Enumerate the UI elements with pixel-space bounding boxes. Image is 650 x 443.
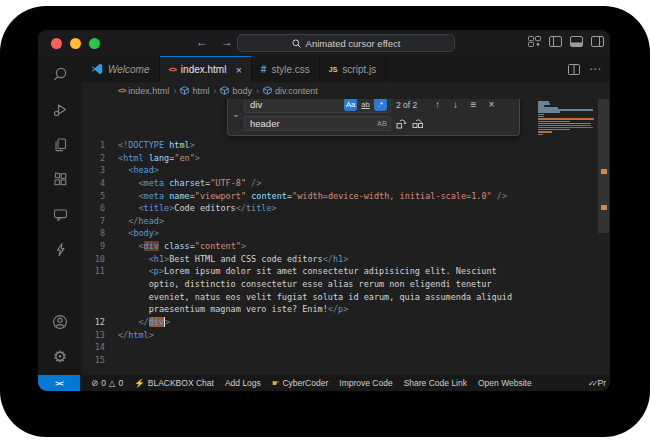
- improve-code-button[interactable]: Improve Code: [339, 378, 392, 388]
- minimap-line: [538, 131, 552, 133]
- preserve-case-toggle[interactable]: AB: [377, 119, 387, 128]
- vscode-logo-icon: [91, 63, 103, 75]
- search-icon: [292, 39, 301, 48]
- minimap[interactable]: [538, 101, 596, 140]
- code-lines: 1<!DOCTYPE html>2<html lang="en">3 <head…: [82, 139, 538, 367]
- minimap-line: [538, 116, 544, 118]
- tab-label: Welcome: [108, 64, 150, 75]
- scrollbar-slider[interactable]: [598, 99, 609, 233]
- run-debug-icon[interactable]: [50, 99, 70, 119]
- code-line: 1<!DOCTYPE html>: [82, 139, 538, 152]
- minimap-line: [538, 114, 544, 116]
- find-in-selection-icon[interactable]: ≡: [467, 99, 480, 110]
- line-number: 1: [82, 139, 105, 152]
- toggle-secondary-sidebar-icon[interactable]: [591, 36, 604, 47]
- line-number: 14: [82, 341, 105, 354]
- tab-welcome[interactable]: Welcome: [82, 56, 160, 82]
- line-number: 3: [82, 164, 105, 177]
- warnings-icon: △: [109, 378, 116, 388]
- replace-icon[interactable]: [396, 118, 407, 129]
- html-file-icon: <>: [169, 65, 176, 74]
- extensions-icon[interactable]: [50, 169, 70, 189]
- breadcrumb-item-html[interactable]: html: [180, 86, 209, 96]
- js-file-icon: JS: [329, 66, 338, 73]
- regex-toggle[interactable]: .*: [374, 99, 387, 111]
- more-actions-icon[interactable]: ⋯: [589, 62, 602, 76]
- code-line: 5 <meta name="viewport" content="width=d…: [82, 190, 538, 203]
- line-number: [82, 303, 105, 316]
- code-line: 4 <meta charset="UTF-8" />: [82, 177, 538, 190]
- remote-indicator[interactable]: ><: [38, 375, 80, 391]
- breadcrumb-item-body[interactable]: body: [220, 86, 252, 96]
- breadcrumb-separator: ›: [256, 86, 259, 96]
- blackbox-chat-button[interactable]: ⚡ BLACKBOX Chat: [134, 378, 214, 388]
- previous-match-icon[interactable]: ↑: [431, 99, 444, 110]
- zoom-window-button[interactable]: [89, 38, 100, 49]
- breadcrumb-item-file[interactable]: <> index.html: [118, 86, 169, 96]
- tab-style-css[interactable]: # style.css: [252, 56, 320, 82]
- code-line: optio, distinctio consectetur esse alias…: [82, 278, 538, 291]
- line-number: 9: [82, 240, 105, 253]
- minimap-line: [538, 111, 560, 113]
- find-replace-widget: ⌄ div Aa ab .*: [227, 99, 520, 136]
- toggle-primary-sidebar-icon[interactable]: [549, 36, 562, 47]
- find-query: div: [250, 99, 344, 110]
- settings-gear-icon[interactable]: ⚙: [50, 347, 70, 367]
- find-match-ruler-mark: [601, 169, 607, 174]
- code-editor[interactable]: 1<!DOCTYPE html>2<html lang="en">3 <head…: [82, 99, 610, 375]
- match-case-toggle[interactable]: Aa: [344, 99, 357, 111]
- customize-layout-icon[interactable]: [528, 36, 541, 47]
- line-number: 6: [82, 202, 105, 215]
- symbol-icon: [180, 86, 189, 95]
- problems-indicator[interactable]: ⊘ 0 △ 0: [91, 378, 123, 388]
- code-line: 9 <div class="content">: [82, 240, 538, 253]
- blackbox-bolt-icon[interactable]: [50, 239, 70, 259]
- tab-script-js[interactable]: JS script.js: [320, 56, 386, 82]
- close-window-button[interactable]: [51, 38, 62, 49]
- code-line: eveniet, natus eos velit fugiat soluta i…: [82, 291, 538, 304]
- html-file-icon: <>: [118, 86, 125, 95]
- history-forward-button[interactable]: →: [221, 35, 233, 49]
- code-line: 3 <head>: [82, 164, 538, 177]
- minimize-window-button[interactable]: [70, 38, 81, 49]
- find-input[interactable]: div Aa ab .*: [244, 99, 391, 113]
- code-line: 12 </div>: [82, 316, 538, 329]
- breadcrumb: <> index.html › html › body ›: [82, 82, 610, 99]
- cybercoder-button[interactable]: ☛ CyberCoder: [272, 378, 328, 388]
- minimap-line: [538, 125, 591, 127]
- toggle-replace-icon[interactable]: ⌄: [228, 99, 244, 135]
- command-center-search[interactable]: Animated cursor effect: [237, 34, 455, 52]
- replace-input[interactable]: header AB: [244, 116, 391, 131]
- close-tab-icon[interactable]: ×: [235, 64, 241, 76]
- code-line: 2<html lang="en">: [82, 152, 538, 165]
- replace-all-icon[interactable]: [412, 118, 424, 129]
- account-icon[interactable]: [50, 312, 70, 332]
- tab-bar: Welcome <> index.html × # style.css JS s…: [82, 56, 610, 82]
- open-website-button[interactable]: Open Website: [478, 378, 532, 388]
- whole-word-toggle[interactable]: ab: [359, 99, 372, 111]
- split-editor-icon[interactable]: [568, 64, 580, 75]
- line-number: 15: [82, 354, 105, 367]
- breadcrumb-separator: ›: [213, 86, 216, 96]
- breadcrumb-item-div-content[interactable]: div.content: [263, 86, 318, 96]
- search-icon[interactable]: [50, 64, 70, 84]
- minimap-line: [538, 123, 591, 125]
- line-number: 4: [82, 177, 105, 190]
- minimap-line: [538, 121, 570, 123]
- share-code-link-button[interactable]: Share Code Link: [404, 378, 467, 388]
- next-match-icon[interactable]: ↓: [449, 99, 462, 110]
- line-number: 2: [82, 152, 105, 165]
- traffic-lights: [51, 38, 100, 49]
- tab-index-html[interactable]: <> index.html ×: [160, 56, 252, 82]
- scrollbar[interactable]: [597, 99, 610, 375]
- add-logs-button[interactable]: Add Logs: [225, 378, 261, 388]
- prettier-status[interactable]: ✓✓ Pr: [588, 378, 606, 388]
- toggle-panel-icon[interactable]: [570, 36, 583, 47]
- tab-label: style.css: [271, 64, 309, 75]
- history-back-button[interactable]: ←: [196, 35, 208, 49]
- close-find-icon[interactable]: ×: [485, 99, 498, 110]
- copy-pages-icon[interactable]: [50, 134, 70, 154]
- line-number: 10: [82, 253, 105, 266]
- chat-icon[interactable]: [50, 204, 70, 224]
- minimap-line: [538, 134, 543, 136]
